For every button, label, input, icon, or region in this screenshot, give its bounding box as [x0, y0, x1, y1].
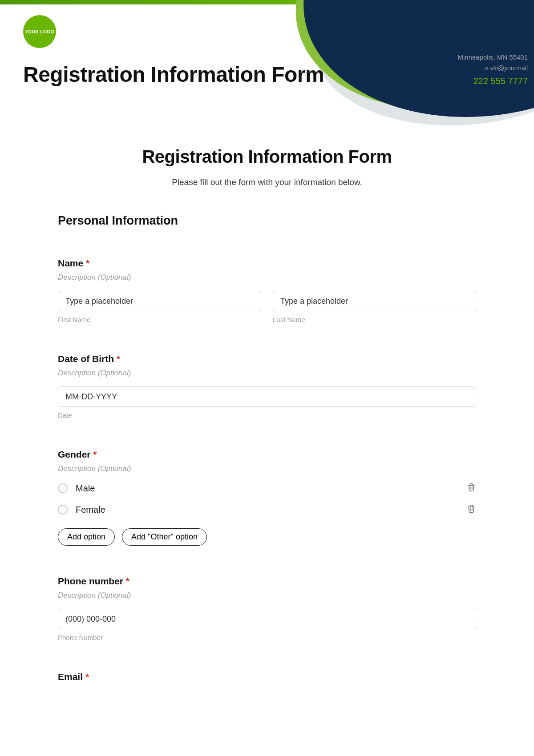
- trash-icon: [466, 503, 476, 514]
- gender-option-label: Female: [76, 505, 105, 515]
- field-description[interactable]: Description (Optional): [58, 591, 476, 600]
- required-asterisk: *: [117, 354, 120, 364]
- field-label: Date of Birth *: [58, 354, 476, 364]
- gender-radio-male[interactable]: Male: [58, 483, 95, 494]
- company-email: e.vki@yourmail: [457, 64, 528, 72]
- field-description[interactable]: Description (Optional): [58, 273, 476, 282]
- gender-option-male: Male: [58, 482, 476, 495]
- company-phone: 222 555 7777: [457, 76, 528, 86]
- page-title: Registration Information Form: [23, 62, 324, 87]
- required-asterisk: *: [126, 576, 129, 586]
- form-subtitle: Please fill out the form with your infor…: [58, 177, 476, 187]
- last-name-input[interactable]: [273, 291, 476, 311]
- field-dob: Date of Birth * Description (Optional) D…: [58, 354, 476, 419]
- field-label: Phone number *: [58, 576, 476, 587]
- first-name-input[interactable]: [58, 291, 261, 311]
- label-name-text: Name: [58, 258, 86, 268]
- phone-input[interactable]: [58, 609, 476, 629]
- trash-icon: [466, 482, 476, 493]
- gender-option-label: Male: [76, 483, 95, 494]
- field-gender: Gender * Description (Optional) Male: [58, 449, 476, 546]
- label-email-text: Email: [58, 672, 85, 682]
- field-label: Email *: [58, 672, 476, 682]
- add-option-button[interactable]: Add option: [58, 528, 115, 546]
- form-body: Registration Information Form Please fil…: [0, 147, 534, 682]
- field-description[interactable]: Description (Optional): [58, 464, 476, 473]
- company-city: Minneapolis, MN 55401: [457, 53, 528, 61]
- label-phone-text: Phone number: [58, 576, 126, 586]
- logo-text: YOUR LOGO: [25, 29, 54, 34]
- radio-icon: [58, 483, 68, 493]
- field-phone: Phone number * Description (Optional) Ph…: [58, 576, 476, 641]
- required-asterisk: *: [86, 258, 89, 268]
- form-heading: Registration Information Form: [58, 147, 476, 167]
- header-address: Minneapolis, MN 55401 e.vki@yourmail 222…: [457, 53, 528, 86]
- logo-badge: YOUR LOGO: [23, 15, 56, 48]
- radio-icon: [58, 505, 68, 515]
- gender-option-female: Female: [58, 503, 476, 516]
- field-email: Email *: [58, 672, 476, 682]
- phone-sublabel: Phone Number: [58, 634, 476, 641]
- dob-sublabel: Date: [58, 411, 476, 419]
- delete-option-button[interactable]: [466, 482, 476, 495]
- gender-radio-female[interactable]: Female: [58, 505, 105, 515]
- field-label: Name *: [58, 258, 476, 269]
- field-name: Name * Description (Optional) First Name…: [58, 258, 476, 323]
- registration-form-sheet: YOUR LOGO Registration Information Form …: [0, 0, 534, 756]
- add-other-option-button[interactable]: Add "Other" option: [122, 528, 207, 546]
- section-personal-info: Personal Information: [58, 214, 476, 228]
- first-name-sublabel: First Name: [58, 316, 261, 323]
- label-gender-text: Gender: [58, 449, 93, 459]
- dob-input[interactable]: [58, 386, 476, 407]
- delete-option-button[interactable]: [466, 503, 476, 516]
- required-asterisk: *: [93, 449, 97, 459]
- last-name-sublabel: Last Name: [273, 316, 476, 323]
- required-asterisk: *: [85, 672, 89, 682]
- label-dob-text: Date of Birth: [58, 354, 117, 364]
- field-label: Gender *: [58, 449, 476, 460]
- field-description[interactable]: Description (Optional): [58, 369, 476, 378]
